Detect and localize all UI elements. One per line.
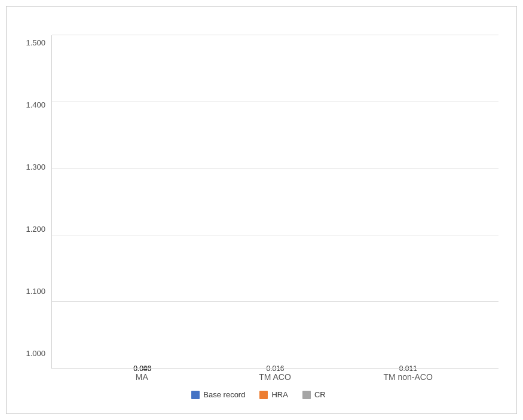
legend-label: Base record (203, 390, 245, 399)
bar-value-hra: 0.016 (245, 364, 305, 373)
x-label-ma: MA (106, 372, 178, 382)
y-label-1100: 1.100 (26, 287, 45, 296)
legend-color-box (191, 391, 200, 399)
legend-label: CR (314, 390, 326, 399)
y-axis: 1.500 1.400 1.300 1.200 1.100 1.000 (19, 35, 51, 382)
legend-color-box (259, 391, 268, 399)
legend: Base recordHRACR (19, 390, 498, 399)
bar-value-cr: 0.080 (112, 364, 172, 373)
bars-row: 1.2900.0460.0801.2980.0161.2290.011 (52, 35, 498, 369)
legend-item: HRA (259, 390, 288, 399)
legend-item: Base record (191, 390, 245, 399)
chart-area: 1.500 1.400 1.300 1.200 1.100 1.000 1.29… (19, 35, 498, 382)
bars-and-grid: 1.2900.0460.0801.2980.0161.2290.011 (51, 35, 498, 369)
bar-value-hra: 0.011 (378, 364, 438, 373)
y-label-1000: 1.000 (26, 349, 45, 358)
x-label-tm-non-aco: TM non-ACO (372, 372, 444, 382)
grid-line (52, 102, 498, 102)
grid-line (52, 368, 498, 369)
grid-line (52, 235, 498, 235)
plot-area: 1.2900.0460.0801.2980.0161.2290.011 MATM… (51, 35, 498, 382)
chart-container: 1.500 1.400 1.300 1.200 1.100 1.000 1.29… (6, 6, 517, 414)
y-label-1300: 1.300 (26, 163, 45, 171)
grid-line (52, 168, 498, 168)
grid-line (52, 35, 498, 35)
y-label-1500: 1.500 (26, 38, 45, 47)
y-label-1400: 1.400 (26, 100, 45, 109)
legend-item: CR (302, 390, 326, 399)
legend-label: HRA (271, 390, 288, 399)
y-label-1200: 1.200 (26, 225, 45, 234)
grid-line (52, 301, 498, 302)
x-label-tm-aco: TM ACO (239, 372, 311, 382)
legend-color-box (302, 391, 311, 399)
